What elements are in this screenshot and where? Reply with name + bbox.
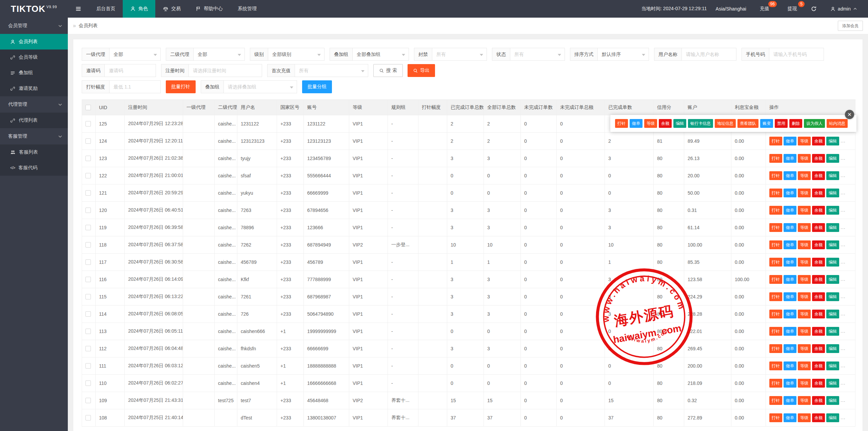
row-action-button[interactable]: 等级 — [798, 258, 811, 267]
row-action-button[interactable]: 余额 — [812, 258, 825, 267]
row-checkbox[interactable] — [85, 156, 91, 161]
row-action-button[interactable]: 编辑 — [826, 379, 839, 388]
row-action-button[interactable]: 余额 — [812, 189, 825, 197]
row-action-button[interactable]: 等级 — [798, 396, 811, 405]
row-action-button[interactable]: 做单 — [784, 171, 796, 180]
row-action-button[interactable]: 等级 — [798, 413, 811, 422]
row-action-button[interactable]: 余额 — [812, 171, 825, 180]
row-action-button[interactable]: 余额 — [812, 396, 825, 405]
row-checkbox[interactable] — [85, 311, 91, 317]
row-action-button[interactable]: 做单 — [784, 292, 796, 301]
bulk-group-select[interactable]: 请选择叠加组 — [223, 80, 297, 93]
popup-action-button[interactable]: 编辑 — [673, 119, 686, 128]
row-action-button[interactable]: 等级 — [798, 240, 811, 249]
row-action-button[interactable]: 打针 — [769, 379, 782, 388]
row-checkbox[interactable] — [85, 190, 91, 196]
row-checkbox[interactable] — [85, 363, 91, 369]
sidebar-item-stack-group[interactable]: 叠加组 — [0, 65, 68, 81]
nav-item-system[interactable]: 系统管理 — [230, 0, 264, 18]
row-action-button[interactable]: 编辑 — [826, 413, 839, 422]
more-actions-button[interactable]: ... — [841, 138, 846, 143]
row-checkbox[interactable] — [85, 346, 91, 351]
username-input[interactable] — [682, 48, 736, 61]
row-action-button[interactable]: 做单 — [784, 413, 796, 422]
select-all-checkbox[interactable] — [85, 105, 91, 110]
popup-action-button[interactable]: 账变 — [760, 119, 773, 128]
row-action-button[interactable]: 做单 — [784, 223, 796, 232]
row-action-button[interactable]: 编辑 — [826, 344, 839, 353]
stack-group-select[interactable]: 全部叠加组 — [352, 48, 409, 61]
more-actions-button[interactable]: ... — [841, 173, 846, 178]
row-action-button[interactable]: 余额 — [812, 413, 825, 422]
row-action-button[interactable]: 等级 — [798, 275, 811, 284]
row-action-button[interactable]: 做单 — [784, 137, 796, 145]
sort-select[interactable]: 默认排序 — [597, 48, 649, 61]
nav-item-help[interactable]: 帮助中心 — [188, 0, 230, 18]
row-action-button[interactable]: 打针 — [769, 310, 782, 318]
row-action-button[interactable]: 编辑 — [826, 171, 839, 180]
row-action-button[interactable]: 余额 — [812, 206, 825, 215]
row-action-button[interactable]: 打针 — [769, 413, 782, 422]
row-action-button[interactable]: 等级 — [798, 189, 811, 197]
withdraw-link[interactable]: 提现 5 — [783, 6, 802, 12]
row-action-button[interactable]: 余额 — [812, 137, 825, 145]
row-action-button[interactable]: 等级 — [798, 137, 811, 145]
more-actions-button[interactable]: ... — [841, 311, 846, 316]
row-action-button[interactable]: 等级 — [798, 206, 811, 215]
row-action-button[interactable]: 等级 — [798, 361, 811, 370]
row-action-button[interactable]: 余额 — [812, 223, 825, 232]
agent2-select[interactable]: 全部 — [193, 48, 245, 61]
popup-action-button[interactable]: 做单 — [630, 119, 643, 128]
inject-range-input[interactable] — [109, 80, 161, 93]
row-action-button[interactable]: 打针 — [769, 206, 782, 215]
sidebar-item-service-code[interactable]: </> 客服代码 — [0, 160, 68, 176]
row-action-button[interactable]: 做单 — [784, 258, 796, 267]
row-checkbox[interactable] — [85, 208, 91, 213]
row-action-button[interactable]: 打针 — [769, 292, 782, 301]
nav-item-trade[interactable]: 交易 — [155, 0, 188, 18]
refresh-icon[interactable] — [811, 6, 817, 12]
row-checkbox[interactable] — [85, 294, 91, 299]
invite-code-input[interactable] — [104, 64, 156, 77]
row-action-button[interactable]: 余额 — [812, 327, 825, 336]
sidebar-item-agent-list[interactable]: 代理列表 — [0, 113, 68, 128]
row-action-button[interactable]: 余额 — [812, 310, 825, 318]
more-actions-button[interactable]: ... — [841, 328, 846, 334]
row-checkbox[interactable] — [85, 242, 91, 248]
popup-action-button[interactable]: 余额 — [659, 119, 672, 128]
sidebar-item-service-list[interactable]: 客服列表 — [0, 144, 68, 160]
more-actions-button[interactable]: ... — [841, 190, 846, 195]
row-action-button[interactable]: 做单 — [784, 154, 796, 163]
row-action-button[interactable]: 编辑 — [826, 310, 839, 318]
bulk-group-button[interactable]: 批量分组 — [302, 80, 332, 93]
more-actions-button[interactable]: ... — [841, 224, 846, 230]
popup-action-button[interactable]: 地址信息 — [715, 119, 736, 128]
row-action-button[interactable]: 编辑 — [826, 292, 839, 301]
row-action-button[interactable]: 编辑 — [826, 189, 839, 197]
first-recharge-select[interactable]: 所有 — [295, 64, 368, 77]
popup-action-button[interactable]: 打针 — [615, 119, 628, 128]
row-action-button[interactable]: 编辑 — [826, 275, 839, 284]
row-action-button[interactable]: 打针 — [769, 189, 782, 197]
row-action-button[interactable]: 做单 — [784, 240, 796, 249]
row-action-button[interactable]: 打针 — [769, 154, 782, 163]
row-action-button[interactable]: 做单 — [784, 361, 796, 370]
level-select[interactable]: 全部级别 — [268, 48, 324, 61]
row-action-button[interactable]: 做单 — [784, 379, 796, 388]
recharge-link[interactable]: 充值 96 — [755, 6, 774, 12]
popup-action-button[interactable]: 设为假人 — [804, 119, 825, 128]
row-action-button[interactable]: 余额 — [812, 292, 825, 301]
row-action-button[interactable]: 打针 — [769, 258, 782, 267]
row-action-button[interactable]: 余额 — [812, 154, 825, 163]
popup-action-button[interactable]: 删除 — [789, 119, 802, 128]
phone-input[interactable] — [769, 48, 824, 61]
row-checkbox[interactable] — [85, 173, 91, 178]
sidebar-group-member[interactable]: 会员管理 — [0, 18, 68, 34]
row-action-button[interactable]: 打针 — [769, 344, 782, 353]
row-action-button[interactable]: 余额 — [812, 275, 825, 284]
status-select[interactable]: 所有 — [510, 48, 565, 61]
user-menu[interactable]: admin — [826, 6, 862, 12]
row-action-button[interactable]: 打针 — [769, 223, 782, 232]
row-action-button[interactable]: 等级 — [798, 310, 811, 318]
more-actions-button[interactable]: ... — [841, 242, 846, 247]
